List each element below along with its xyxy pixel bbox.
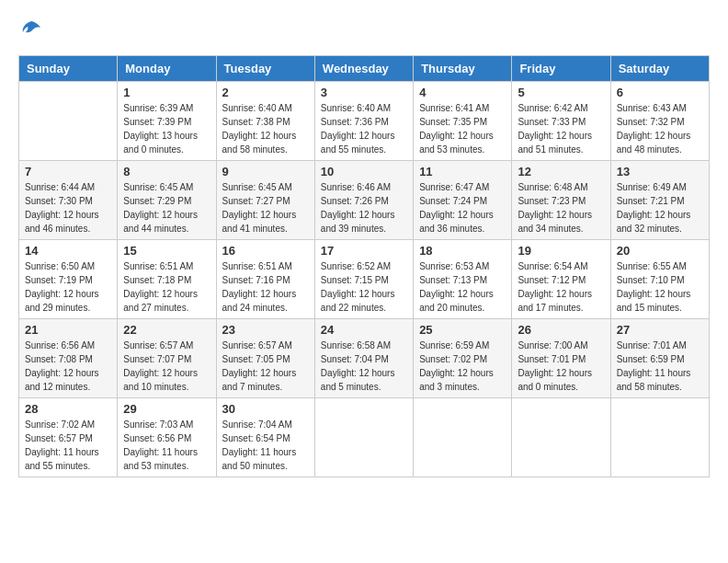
day-info: Sunrise: 6:56 AM Sunset: 7:08 PM Dayligh… xyxy=(25,339,111,394)
calendar-cell: 15Sunrise: 6:51 AM Sunset: 7:18 PM Dayli… xyxy=(118,239,216,318)
calendar-cell: 23Sunrise: 6:57 AM Sunset: 7:05 PM Dayli… xyxy=(216,318,314,397)
day-number: 1 xyxy=(123,86,210,99)
day-info: Sunrise: 6:51 AM Sunset: 7:18 PM Dayligh… xyxy=(123,259,210,315)
day-number: 21 xyxy=(25,323,111,337)
calendar-cell: 6Sunrise: 6:43 AM Sunset: 7:32 PM Daylig… xyxy=(610,81,709,160)
calendar-cell: 19Sunrise: 6:54 AM Sunset: 7:12 PM Dayli… xyxy=(512,239,610,318)
calendar-cell: 4Sunrise: 6:41 AM Sunset: 7:35 PM Daylig… xyxy=(414,81,512,160)
calendar-cell: 5Sunrise: 6:42 AM Sunset: 7:33 PM Daylig… xyxy=(512,81,610,160)
day-info: Sunrise: 6:59 AM Sunset: 7:02 PM Dayligh… xyxy=(419,339,506,394)
weekday-header-tuesday: Tuesday xyxy=(216,55,314,81)
calendar-cell xyxy=(19,81,118,160)
calendar-cell: 3Sunrise: 6:40 AM Sunset: 7:36 PM Daylig… xyxy=(314,81,413,160)
calendar-cell: 8Sunrise: 6:45 AM Sunset: 7:29 PM Daylig… xyxy=(118,160,216,239)
day-number: 11 xyxy=(419,165,506,178)
day-number: 7 xyxy=(25,165,111,178)
day-number: 13 xyxy=(617,165,703,178)
day-number: 12 xyxy=(518,165,604,178)
calendar-cell: 9Sunrise: 6:45 AM Sunset: 7:27 PM Daylig… xyxy=(216,160,314,239)
day-info: Sunrise: 6:40 AM Sunset: 7:36 PM Dayligh… xyxy=(321,101,407,156)
day-info: Sunrise: 6:43 AM Sunset: 7:32 PM Dayligh… xyxy=(617,101,703,156)
day-number: 15 xyxy=(123,244,210,258)
calendar-week-3: 14Sunrise: 6:50 AM Sunset: 7:19 PM Dayli… xyxy=(19,239,710,318)
calendar-cell: 10Sunrise: 6:46 AM Sunset: 7:26 PM Dayli… xyxy=(314,160,413,239)
day-info: Sunrise: 6:45 AM Sunset: 7:27 PM Dayligh… xyxy=(222,180,309,236)
day-info: Sunrise: 7:04 AM Sunset: 6:54 PM Dayligh… xyxy=(222,418,309,473)
day-info: Sunrise: 6:49 AM Sunset: 7:21 PM Dayligh… xyxy=(617,180,703,236)
day-info: Sunrise: 7:02 AM Sunset: 6:57 PM Dayligh… xyxy=(25,418,111,473)
day-info: Sunrise: 6:53 AM Sunset: 7:13 PM Dayligh… xyxy=(419,259,506,315)
day-info: Sunrise: 6:47 AM Sunset: 7:24 PM Dayligh… xyxy=(419,180,506,236)
calendar-cell: 26Sunrise: 7:00 AM Sunset: 7:01 PM Dayli… xyxy=(512,318,610,397)
day-number: 20 xyxy=(617,244,703,258)
day-info: Sunrise: 6:46 AM Sunset: 7:26 PM Dayligh… xyxy=(321,180,407,236)
day-number: 23 xyxy=(222,323,309,337)
day-number: 30 xyxy=(222,402,309,416)
day-info: Sunrise: 6:54 AM Sunset: 7:12 PM Dayligh… xyxy=(518,259,604,315)
day-number: 25 xyxy=(419,323,506,337)
day-number: 16 xyxy=(222,244,309,258)
day-number: 29 xyxy=(123,402,210,416)
day-number: 10 xyxy=(321,165,407,178)
calendar-cell: 22Sunrise: 6:57 AM Sunset: 7:07 PM Dayli… xyxy=(118,318,216,397)
weekday-header-friday: Friday xyxy=(512,55,610,81)
day-info: Sunrise: 7:03 AM Sunset: 6:56 PM Dayligh… xyxy=(123,418,210,473)
calendar-table: SundayMondayTuesdayWednesdayThursdayFrid… xyxy=(18,55,710,477)
day-number: 24 xyxy=(321,323,407,337)
day-number: 18 xyxy=(419,244,506,258)
calendar-cell: 14Sunrise: 6:50 AM Sunset: 7:19 PM Dayli… xyxy=(19,239,118,318)
calendar-cell: 16Sunrise: 6:51 AM Sunset: 7:16 PM Dayli… xyxy=(216,239,314,318)
calendar-cell: 13Sunrise: 6:49 AM Sunset: 7:21 PM Dayli… xyxy=(610,160,709,239)
weekday-header-wednesday: Wednesday xyxy=(314,55,413,81)
weekday-header-sunday: Sunday xyxy=(19,55,118,81)
day-number: 22 xyxy=(123,323,210,337)
day-info: Sunrise: 6:50 AM Sunset: 7:19 PM Dayligh… xyxy=(25,259,111,315)
day-info: Sunrise: 6:55 AM Sunset: 7:10 PM Dayligh… xyxy=(617,259,703,315)
day-number: 9 xyxy=(222,165,309,178)
calendar-week-5: 28Sunrise: 7:02 AM Sunset: 6:57 PM Dayli… xyxy=(19,397,710,477)
day-info: Sunrise: 6:40 AM Sunset: 7:38 PM Dayligh… xyxy=(222,101,309,156)
calendar-cell: 30Sunrise: 7:04 AM Sunset: 6:54 PM Dayli… xyxy=(216,397,314,477)
calendar-cell: 7Sunrise: 6:44 AM Sunset: 7:30 PM Daylig… xyxy=(19,160,118,239)
calendar-cell: 1Sunrise: 6:39 AM Sunset: 7:39 PM Daylig… xyxy=(118,81,216,160)
day-number: 19 xyxy=(518,244,604,258)
day-info: Sunrise: 6:51 AM Sunset: 7:16 PM Dayligh… xyxy=(222,259,309,315)
day-number: 4 xyxy=(419,86,506,99)
calendar-cell: 28Sunrise: 7:02 AM Sunset: 6:57 PM Dayli… xyxy=(19,397,118,477)
calendar-cell: 21Sunrise: 6:56 AM Sunset: 7:08 PM Dayli… xyxy=(19,318,118,397)
day-info: Sunrise: 6:48 AM Sunset: 7:23 PM Dayligh… xyxy=(518,180,604,236)
day-info: Sunrise: 6:39 AM Sunset: 7:39 PM Dayligh… xyxy=(123,101,210,156)
calendar-week-4: 21Sunrise: 6:56 AM Sunset: 7:08 PM Dayli… xyxy=(19,318,710,397)
day-info: Sunrise: 6:41 AM Sunset: 7:35 PM Dayligh… xyxy=(419,101,506,156)
calendar-cell xyxy=(414,397,512,477)
day-info: Sunrise: 6:45 AM Sunset: 7:29 PM Dayligh… xyxy=(123,180,210,236)
day-number: 8 xyxy=(123,165,210,178)
page-header xyxy=(18,18,710,46)
calendar-cell: 20Sunrise: 6:55 AM Sunset: 7:10 PM Dayli… xyxy=(610,239,709,318)
calendar-cell: 12Sunrise: 6:48 AM Sunset: 7:23 PM Dayli… xyxy=(512,160,610,239)
day-info: Sunrise: 7:01 AM Sunset: 6:59 PM Dayligh… xyxy=(617,339,703,394)
calendar-week-2: 7Sunrise: 6:44 AM Sunset: 7:30 PM Daylig… xyxy=(19,160,710,239)
day-info: Sunrise: 6:44 AM Sunset: 7:30 PM Dayligh… xyxy=(25,180,111,236)
calendar-cell: 18Sunrise: 6:53 AM Sunset: 7:13 PM Dayli… xyxy=(414,239,512,318)
calendar-header-row: SundayMondayTuesdayWednesdayThursdayFrid… xyxy=(19,55,710,81)
day-number: 6 xyxy=(617,86,703,99)
weekday-header-monday: Monday xyxy=(118,55,216,81)
calendar-cell xyxy=(512,397,610,477)
weekday-header-saturday: Saturday xyxy=(610,55,709,81)
day-info: Sunrise: 6:58 AM Sunset: 7:04 PM Dayligh… xyxy=(321,339,407,394)
day-number: 28 xyxy=(25,402,111,416)
day-number: 14 xyxy=(25,244,111,258)
day-info: Sunrise: 7:00 AM Sunset: 7:01 PM Dayligh… xyxy=(518,339,604,394)
calendar-cell: 17Sunrise: 6:52 AM Sunset: 7:15 PM Dayli… xyxy=(314,239,413,318)
day-number: 26 xyxy=(518,323,604,337)
day-info: Sunrise: 6:42 AM Sunset: 7:33 PM Dayligh… xyxy=(518,101,604,156)
calendar-cell: 24Sunrise: 6:58 AM Sunset: 7:04 PM Dayli… xyxy=(314,318,413,397)
calendar-cell xyxy=(610,397,709,477)
calendar-cell: 25Sunrise: 6:59 AM Sunset: 7:02 PM Dayli… xyxy=(414,318,512,397)
calendar-cell xyxy=(314,397,413,477)
day-number: 27 xyxy=(617,323,703,337)
calendar-week-1: 1Sunrise: 6:39 AM Sunset: 7:39 PM Daylig… xyxy=(19,81,710,160)
day-number: 3 xyxy=(321,86,407,99)
calendar-cell: 27Sunrise: 7:01 AM Sunset: 6:59 PM Dayli… xyxy=(610,318,709,397)
